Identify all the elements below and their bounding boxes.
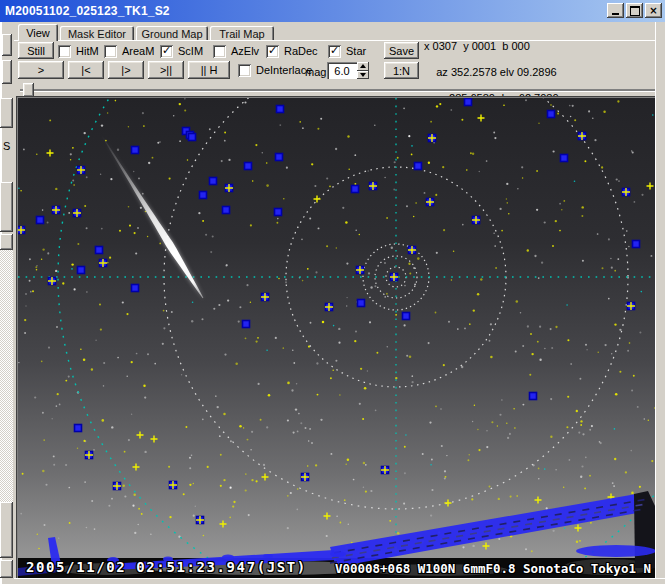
scrollbar-thumb[interactable] xyxy=(0,502,13,558)
frame-station-info: V00008+068 W100N 6mmF0.8 SonotaCo Tokyo1… xyxy=(335,561,651,576)
azelv-checkbox[interactable] xyxy=(213,45,226,58)
mag-input[interactable]: 6.0 xyxy=(327,62,357,79)
window-bottom-frame xyxy=(14,578,665,584)
coordinate-readout: x 0307 y 0001 b 000 az 352.2578 elv 09.2… xyxy=(424,40,559,105)
minimize-icon xyxy=(612,13,619,15)
tab-ground-map[interactable]: Ground Map xyxy=(136,26,208,41)
checkbox-scim[interactable]: ScIM xyxy=(160,44,203,58)
maximize-icon xyxy=(630,6,640,16)
pause-hold-button[interactable]: || H xyxy=(188,61,230,79)
video-frame-viewport[interactable]: 2005/11/02 02:51:23.947(JST) V00008+068 … xyxy=(18,98,655,578)
tab-label: Mask Editor xyxy=(68,28,126,40)
close-button[interactable]: × xyxy=(645,3,662,18)
tab-trail-map[interactable]: Trail Map xyxy=(210,26,274,41)
star-checkbox[interactable] xyxy=(328,45,341,58)
scim-checkbox[interactable] xyxy=(160,45,173,58)
radec-checkbox[interactable] xyxy=(266,45,279,58)
scrollbar-track[interactable] xyxy=(0,250,13,502)
mag-value: 6.0 xyxy=(334,65,349,77)
checkbox-hitm[interactable]: HitM xyxy=(58,44,99,58)
ratio-1n-button[interactable]: 1:N xyxy=(384,62,419,79)
tab-label: View xyxy=(26,27,50,39)
tab-view[interactable]: View xyxy=(18,24,58,41)
minimize-button[interactable] xyxy=(607,3,624,18)
checkbox-star[interactable]: Star xyxy=(328,44,366,58)
checkbox-label: RaDec xyxy=(284,45,318,57)
checkbox-label: AreaM xyxy=(122,45,154,57)
mag-label: mag xyxy=(305,66,326,78)
mag-spinner xyxy=(357,62,369,79)
save-button[interactable]: Save xyxy=(384,42,419,59)
still-button-label: Still xyxy=(27,45,45,57)
checkbox-radec[interactable]: RaDec xyxy=(266,44,318,58)
mag-down-button[interactable] xyxy=(357,71,369,80)
readout-xyb: x 0307 y 0001 b 000 xyxy=(424,40,530,52)
play-button[interactable]: > xyxy=(18,61,64,79)
fragment-button xyxy=(0,98,13,128)
title-bar[interactable]: M20051102_025123_TK1_S2 × xyxy=(0,0,665,22)
frame-slider-groove[interactable] xyxy=(20,89,659,91)
checkbox-azelv[interactable]: AzElv xyxy=(213,44,259,58)
tab-mask-editor[interactable]: Mask Editor xyxy=(60,26,134,41)
checkbox-label: Star xyxy=(346,45,366,57)
fragment-button xyxy=(2,60,12,84)
checkbox-deinterlace[interactable]: DeInterlace xyxy=(238,63,312,77)
window-right-frame xyxy=(655,22,665,584)
scrollbar-up-button[interactable] xyxy=(0,234,13,250)
background-window-fragment: S xyxy=(0,22,14,584)
sky-canvas[interactable] xyxy=(18,98,655,578)
hitm-checkbox[interactable] xyxy=(58,45,71,58)
fragment-button xyxy=(2,34,12,56)
checkbox-label: HitM xyxy=(76,45,99,57)
checkbox-label: AzElv xyxy=(231,45,259,57)
go-start-button[interactable]: |< xyxy=(68,61,104,79)
ratio-button-label: 1:N xyxy=(393,65,410,77)
step-icon: |> xyxy=(121,64,130,76)
save-button-label: Save xyxy=(389,45,414,57)
mag-up-button[interactable] xyxy=(357,62,369,71)
go-end-button[interactable]: >|| xyxy=(148,61,184,79)
play-icon: > xyxy=(38,64,44,76)
still-button[interactable]: Still xyxy=(18,42,54,59)
checkbox-label: DeInterlace xyxy=(256,64,312,76)
tab-label: Trail Map xyxy=(219,28,264,40)
maximize-button[interactable] xyxy=(626,3,643,18)
aream-checkbox[interactable] xyxy=(104,45,117,58)
frame-timestamp: 2005/11/02 02:51:23.947(JST) xyxy=(26,559,307,575)
checkbox-label: ScIM xyxy=(178,45,203,57)
frame-slider-thumb[interactable] xyxy=(23,83,34,97)
app-window: M20051102_025123_TK1_S2 × S View Mask Ed… xyxy=(0,0,665,584)
scrollbar-down-button[interactable] xyxy=(0,560,13,578)
close-icon: × xyxy=(649,5,657,16)
checkbox-aream[interactable]: AreaM xyxy=(104,44,154,58)
spin-up-icon xyxy=(360,64,366,68)
window-controls: × xyxy=(607,3,662,18)
window-title: M20051102_025123_TK1_S2 xyxy=(0,4,170,18)
spin-down-icon xyxy=(360,73,366,77)
fragment-button xyxy=(0,182,13,232)
pause-hold-icon: || H xyxy=(201,64,218,76)
step-button[interactable]: |> xyxy=(108,61,144,79)
tab-label: Ground Map xyxy=(141,28,202,40)
readout-azelv: az 352.2578 elv 09.2896 xyxy=(436,66,557,78)
go-start-icon: |< xyxy=(81,64,90,76)
deinterlace-checkbox[interactable] xyxy=(238,64,251,77)
go-end-icon: >|| xyxy=(160,64,172,76)
fragment-label: S xyxy=(3,140,10,152)
